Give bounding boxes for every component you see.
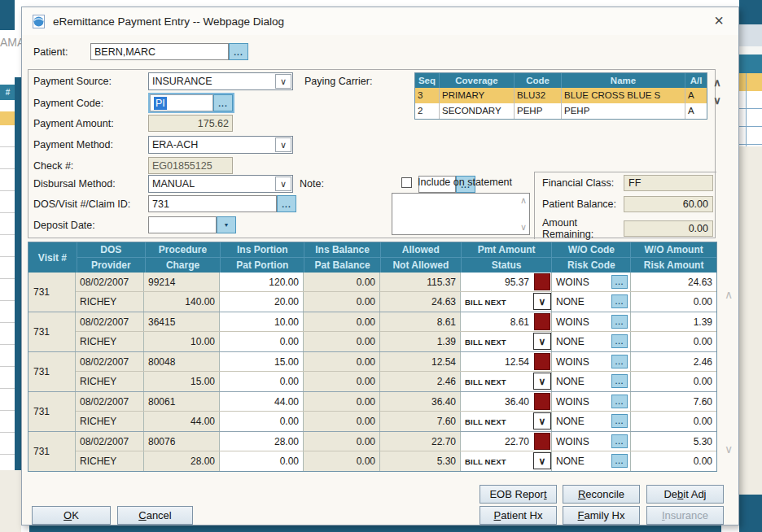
pat-portion-cell[interactable]: 0.00	[220, 332, 304, 351]
risk-code-browse-button[interactable]: ...	[611, 374, 628, 388]
wo-code-cell[interactable]: WOINS ...	[552, 312, 631, 331]
carrier-row[interactable]: 2 SECONDARY PEHP PEHP A	[415, 103, 707, 119]
risk-code-cell[interactable]: NONE ...	[552, 332, 631, 351]
patient-hx-button[interactable]: Patient Hx	[480, 506, 557, 525]
dos-visit-browse-button[interactable]: ...	[277, 195, 296, 212]
scroll-down-icon[interactable]: ∨	[711, 92, 724, 110]
payment-code-browse-button[interactable]: ...	[213, 94, 233, 111]
deposit-date-dropdown-button[interactable]: ▼	[217, 216, 236, 233]
pat-portion-cell[interactable]: 0.00	[220, 451, 304, 471]
wo-amount-cell[interactable]: 5.30	[631, 432, 716, 451]
risk-amount-cell[interactable]: 0.00	[631, 292, 716, 312]
risk-code-browse-button[interactable]: ...	[611, 294, 628, 308]
disbursal-method-select[interactable]: MANUAL ∨	[148, 175, 293, 193]
table-row[interactable]: 731 08/02/2007 80048 15.00 0.00 12.54 12…	[28, 352, 716, 392]
dos-visit-field[interactable]: 731	[148, 195, 277, 212]
family-hx-button[interactable]: Family Hx	[563, 506, 640, 525]
risk-code-cell[interactable]: NONE ...	[552, 292, 631, 312]
status-red-indicator	[534, 313, 550, 330]
risk-code-browse-button[interactable]: ...	[611, 414, 628, 428]
wo-code-cell[interactable]: WOINS ...	[552, 432, 631, 451]
cancel-button[interactable]: Cancel	[117, 506, 193, 525]
pmt-amount-cell[interactable]: 12.54	[461, 352, 552, 371]
risk-code-browse-button[interactable]: ...	[611, 454, 628, 468]
patient-browse-button[interactable]: ...	[229, 43, 248, 60]
pmt-amount-cell[interactable]: 8.61	[461, 312, 552, 331]
patient-field[interactable]: BERN,MARC	[90, 43, 229, 60]
deposit-date-field[interactable]	[148, 216, 217, 233]
ok-button[interactable]: OK	[32, 506, 111, 525]
risk-amount-cell[interactable]: 0.00	[631, 372, 716, 391]
scroll-up-icon[interactable]: ∧	[520, 196, 527, 205]
reconcile-button[interactable]: Reconcile	[563, 485, 640, 504]
risk-code-cell[interactable]: NONE ...	[552, 372, 631, 391]
pat-portion-cell[interactable]: 0.00	[220, 412, 304, 431]
chevron-down-icon[interactable]: ∨	[275, 137, 291, 152]
visit-cell: 731	[28, 352, 76, 391]
close-icon[interactable]: ×	[714, 12, 724, 28]
dialog-titlebar[interactable]: eRemittance Payment Entry -- Webpage Dia…	[22, 7, 738, 35]
ins-portion-cell[interactable]: 44.00	[220, 392, 304, 411]
pat-portion-cell[interactable]: 0.00	[220, 372, 304, 391]
risk-amount-cell[interactable]: 0.00	[631, 451, 716, 471]
ins-portion-cell[interactable]: 120.00	[220, 273, 304, 291]
status-cell[interactable]: BILL NEXT ∨	[461, 451, 552, 471]
status-cell[interactable]: BILL NEXT ∨	[461, 412, 552, 431]
grid-scroll-up-icon[interactable]: ∧	[722, 288, 735, 301]
chevron-down-icon[interactable]: ∨	[275, 177, 291, 191]
status-cell[interactable]: BILL NEXT ∨	[461, 372, 552, 391]
payment-source-select[interactable]: INSURANCE ∨	[148, 72, 293, 90]
chevron-down-icon[interactable]: ∨	[275, 74, 291, 89]
ins-balance-cell: 0.00	[304, 392, 380, 411]
table-row[interactable]: 731 08/02/2007 80061 44.00 0.00 36.40 36…	[28, 392, 716, 432]
grid-scroll-down-icon[interactable]: ∨	[722, 443, 735, 456]
wo-code-browse-button[interactable]: ...	[611, 315, 628, 329]
payment-code-row: Payment Code: PI ...	[33, 93, 234, 113]
wo-amount-cell[interactable]: 24.63	[631, 273, 716, 291]
payment-method-select[interactable]: ERA-ACH ∨	[148, 136, 293, 154]
table-row[interactable]: 731 08/02/2007 36415 10.00 0.00 8.61 8.6…	[28, 312, 716, 352]
pmt-amount-cell[interactable]: 36.40	[461, 392, 552, 411]
status-cell[interactable]: BILL NEXT ∨	[461, 292, 552, 312]
table-row[interactable]: 731 08/02/2007 80076 28.00 0.00 22.70 22…	[28, 432, 716, 471]
wo-code-browse-button[interactable]: ...	[611, 434, 628, 448]
risk-code-cell[interactable]: NONE ...	[552, 451, 631, 471]
eob-report-button[interactable]: EOB Report	[480, 485, 557, 504]
ins-portion-cell[interactable]: 28.00	[220, 432, 304, 451]
wo-amount-cell[interactable]: 2.46	[631, 352, 716, 371]
include-statement-checkbox[interactable]	[401, 177, 412, 188]
risk-amount-cell[interactable]: 0.00	[631, 412, 716, 431]
pmt-amount-cell[interactable]: 95.37	[461, 273, 552, 291]
risk-code-cell[interactable]: NONE ...	[552, 412, 631, 431]
carrier-scrollbar[interactable]: ∧ ∨	[711, 74, 724, 110]
wo-code-cell[interactable]: WOINS ...	[552, 392, 631, 411]
scroll-up-icon[interactable]: ∧	[711, 74, 724, 92]
status-cell[interactable]: BILL NEXT ∨	[461, 332, 552, 351]
wo-code-browse-button[interactable]: ...	[611, 355, 628, 368]
status-dropdown-icon[interactable]: ∨	[533, 412, 551, 430]
ins-portion-cell[interactable]: 15.00	[220, 352, 304, 371]
pat-balance-cell: 0.00	[304, 292, 380, 312]
pat-portion-cell[interactable]: 20.00	[220, 292, 304, 312]
payment-code-field[interactable]: PI	[150, 94, 213, 111]
carrier-code: BLU32	[515, 88, 562, 103]
ins-portion-cell[interactable]: 10.00	[220, 312, 304, 331]
risk-code-browse-button[interactable]: ...	[611, 334, 628, 348]
status-dropdown-icon[interactable]: ∨	[533, 333, 551, 350]
wo-code-browse-button[interactable]: ...	[611, 275, 628, 289]
wo-amount-cell[interactable]: 7.60	[631, 392, 716, 411]
scroll-down-icon[interactable]: ∨	[520, 223, 527, 232]
wo-amount-cell[interactable]: 1.39	[631, 312, 716, 331]
table-row[interactable]: 731 08/02/2007 99214 120.00 0.00 115.37 …	[28, 273, 716, 312]
debit-adj-button[interactable]: Debit Adj	[646, 485, 724, 504]
note-textarea[interactable]: ∧ ∨	[392, 193, 530, 235]
status-dropdown-icon[interactable]: ∨	[533, 293, 551, 310]
wo-code-browse-button[interactable]: ...	[611, 395, 628, 408]
pmt-amount-cell[interactable]: 22.70	[461, 432, 552, 451]
wo-code-cell[interactable]: WOINS ...	[552, 352, 631, 371]
status-dropdown-icon[interactable]: ∨	[533, 452, 551, 469]
wo-code-cell[interactable]: WOINS ...	[552, 273, 631, 291]
status-dropdown-icon[interactable]: ∨	[533, 373, 551, 390]
carrier-row-selected[interactable]: 3 PRIMARY BLU32 BLUE CROSS BLUE S A	[415, 88, 707, 103]
risk-amount-cell[interactable]: 0.00	[631, 332, 716, 351]
